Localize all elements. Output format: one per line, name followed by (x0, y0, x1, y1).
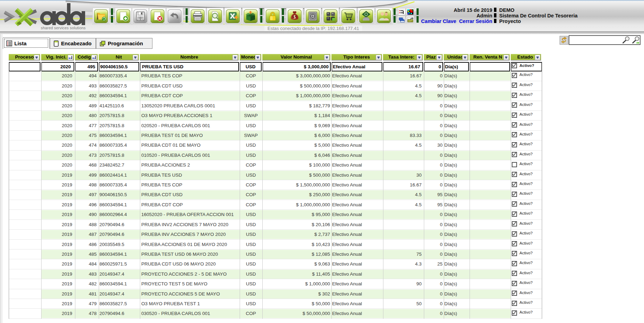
svg-text:shared services solutions: shared services solutions (41, 26, 86, 30)
